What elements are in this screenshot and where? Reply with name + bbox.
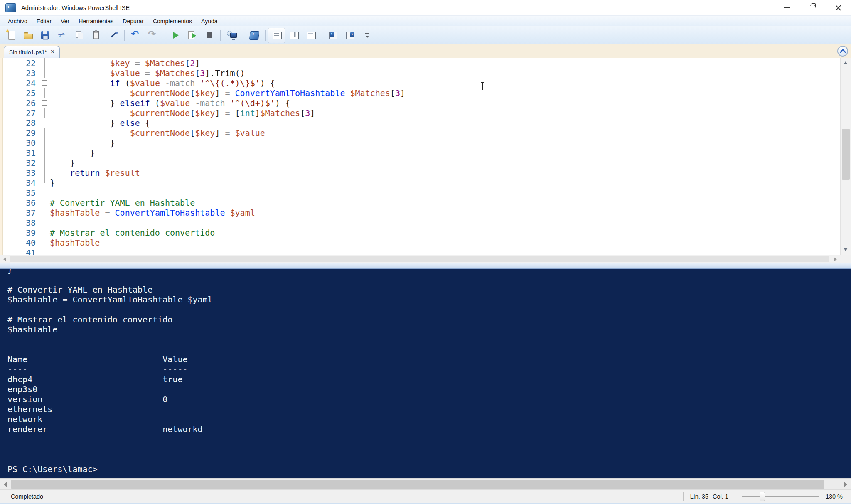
scroll-left-icon[interactable] [3, 257, 6, 261]
fold-gutter [40, 208, 50, 218]
editor-vertical-scrollbar[interactable] [840, 58, 851, 255]
run-selection-button[interactable] [184, 28, 201, 43]
new-tab-left-icon [328, 30, 339, 41]
undo-button[interactable] [127, 28, 144, 43]
menu-item-depurar[interactable]: Depurar [118, 18, 148, 25]
copy-button[interactable] [71, 28, 88, 43]
overflow-button[interactable] [359, 28, 376, 43]
code-text: $hashTable [50, 238, 100, 248]
scroll-right-icon[interactable] [834, 257, 837, 261]
redo-icon [148, 30, 158, 41]
code-line[interactable]: 36# Convertir YAML en Hashtable [0, 198, 840, 208]
editor-horizontal-scrollbar[interactable] [0, 255, 851, 263]
save-script-button[interactable] [37, 28, 54, 43]
fold-gutter [40, 218, 50, 228]
statusbar-separator [683, 492, 684, 501]
code-line[interactable]: 33 return $result [0, 168, 840, 178]
fold-toggle-icon[interactable] [42, 100, 47, 106]
fold-toggle-icon[interactable] [42, 80, 47, 86]
new-script-icon [6, 30, 17, 41]
code-line[interactable]: 29 $currentNode[$key] = $value [0, 128, 840, 138]
menu-item-ver[interactable]: Ver [56, 18, 74, 25]
zoom-slider-thumb[interactable] [760, 492, 765, 501]
menu-item-archivo[interactable]: Archivo [3, 18, 32, 25]
menu-item-complementos[interactable]: Complementos [148, 18, 197, 25]
new-tab-right-button[interactable] [342, 28, 359, 43]
tab-close-icon[interactable]: × [51, 49, 54, 55]
toolbar-separator [265, 30, 266, 41]
code-line[interactable]: 22 $key = $Matches[2] [0, 58, 840, 68]
line-number: 26 [0, 98, 40, 108]
new-tab-left-button[interactable] [325, 28, 342, 43]
code-line[interactable]: 25 $currentNode[$key] = ConvertYamlToHas… [0, 88, 840, 98]
cut-button[interactable] [54, 28, 71, 43]
line-number: 27 [0, 108, 40, 118]
stop-button[interactable] [201, 28, 218, 43]
overflow-icon [362, 30, 373, 41]
pane-splitter[interactable] [0, 263, 851, 269]
code-line[interactable]: 31 } [0, 148, 840, 158]
scroll-down-icon[interactable] [844, 248, 848, 251]
console-scroll-left-icon[interactable] [4, 482, 7, 487]
text-cursor [482, 82, 483, 90]
collapse-script-pane-button[interactable] [837, 46, 848, 57]
statusbar-right: Lín. 35 Col. 1 130 % [683, 492, 843, 501]
new-tab-right-icon [345, 30, 356, 41]
code-line[interactable]: 32 } [0, 158, 840, 168]
code-line[interactable]: 26 } elseif ($value -match '^(\d+)$') { [0, 98, 840, 108]
copy-icon [74, 30, 85, 41]
title-bar: Administrador: Windows PowerShell ISE [0, 0, 851, 16]
code-line[interactable]: 35 [0, 188, 840, 198]
code-line[interactable]: 41 [0, 248, 840, 255]
powershell-console-button[interactable] [246, 28, 263, 43]
code-line[interactable]: 37$hashTable = ConvertYamlToHashtable $y… [0, 208, 840, 218]
code-line[interactable]: 38 [0, 218, 840, 228]
fold-gutter [40, 198, 50, 208]
zoom-slider[interactable] [742, 492, 819, 501]
close-button[interactable] [825, 0, 851, 15]
layout-right-button[interactable] [285, 28, 302, 43]
restore-button[interactable] [799, 0, 825, 15]
console-pane[interactable]: } # Convertir YAML en Hashtable $hashTab… [0, 269, 851, 478]
redo-button[interactable] [144, 28, 161, 43]
clear-console-button[interactable] [105, 28, 122, 43]
code-line[interactable]: 39# Mostrar el contenido convertido [0, 228, 840, 238]
new-script-button[interactable] [2, 28, 20, 43]
console-hscroll-thumb[interactable] [11, 480, 824, 489]
menu-item-herramientas[interactable]: Herramientas [74, 18, 118, 25]
minimize-button[interactable] [774, 0, 799, 15]
code-line[interactable]: 23 $value = $Matches[3].Trim() [0, 68, 840, 78]
code-text: $currentNode[$key] = ConvertYamlToHashta… [50, 88, 405, 98]
menu-item-editar[interactable]: Editar [32, 18, 57, 25]
open-script-button[interactable] [20, 28, 37, 43]
script-editor-pane[interactable]: 22 $key = $Matches[2]23 $value = $Matche… [0, 58, 851, 255]
fold-toggle-icon[interactable] [42, 120, 47, 125]
code-text: $currentNode[$key] = $value [50, 128, 265, 138]
console-horizontal-scrollbar[interactable] [0, 478, 851, 490]
fold-gutter [40, 68, 50, 78]
code-line[interactable]: 28 } else { [0, 118, 840, 128]
script-tab[interactable]: Sin título1.ps1* × [4, 46, 60, 58]
menu-item-ayuda[interactable]: Ayuda [197, 18, 222, 25]
run-script-button[interactable] [167, 28, 184, 43]
line-number: 23 [0, 68, 40, 78]
console-output: } # Convertir YAML en Hashtable $hashTab… [7, 269, 851, 474]
code-line[interactable]: 34} [0, 178, 840, 188]
code-text: # Mostrar el contenido convertido [50, 228, 215, 238]
code-line[interactable]: 24 if ($value -match '^\{(.*)\}$') { [0, 78, 840, 88]
editor-vscroll-thumb[interactable] [842, 129, 850, 180]
editor-hscroll-thumb[interactable] [10, 256, 829, 262]
scroll-up-icon[interactable] [844, 61, 848, 64]
zoom-slider-track[interactable] [742, 496, 819, 497]
code-area[interactable]: 22 $key = $Matches[2]23 $value = $Matche… [0, 58, 840, 255]
code-line[interactable]: 27 $currentNode[$key] = [int]$Matches[3] [0, 108, 840, 118]
layout-top-button[interactable] [268, 28, 285, 43]
remote-tab-button[interactable] [223, 28, 240, 43]
paste-button[interactable] [88, 28, 105, 43]
console-scroll-right-icon[interactable] [844, 482, 847, 487]
line-number: 29 [0, 128, 40, 138]
layout-full-button[interactable] [302, 28, 319, 43]
code-line[interactable]: 40$hashTable [0, 238, 840, 248]
code-text: } [50, 138, 115, 148]
code-line[interactable]: 30 } [0, 138, 840, 148]
